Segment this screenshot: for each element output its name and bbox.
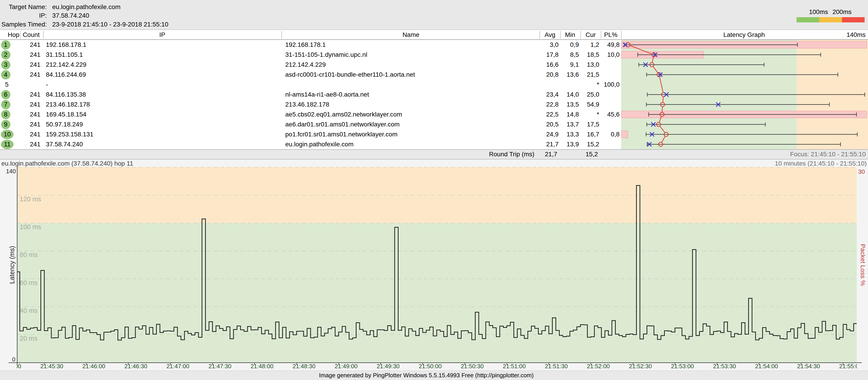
svg-text:21:46:30: 21:46:30	[124, 363, 147, 370]
svg-text:21:51:00: 21:51:00	[503, 363, 526, 370]
svg-text:21:54:00: 21:54:00	[755, 363, 778, 370]
svg-text:21:52:00: 21:52:00	[587, 363, 610, 370]
svg-text:21:50:30: 21:50:30	[461, 363, 484, 370]
svg-text:140: 140	[6, 168, 16, 175]
svg-text:Packet Loss %: Packet Loss %	[860, 244, 866, 286]
svg-text:20 ms: 20 ms	[20, 335, 37, 342]
svg-text:21:53:30: 21:53:30	[713, 363, 736, 370]
svg-text:21:49:30: 21:49:30	[377, 363, 399, 370]
svg-text:Latency (ms): Latency (ms)	[8, 246, 16, 284]
svg-text:21:54:30: 21:54:30	[797, 363, 820, 370]
svg-text:21:50:00: 21:50:00	[418, 363, 441, 370]
svg-text:40 ms: 40 ms	[20, 307, 37, 314]
svg-text:0: 0	[12, 356, 16, 363]
svg-text:21:51:30: 21:51:30	[545, 363, 567, 370]
svg-text:21:46:00: 21:46:00	[82, 363, 105, 370]
svg-text:21:45:30: 21:45:30	[40, 363, 63, 370]
svg-text:120 ms: 120 ms	[20, 196, 41, 203]
svg-text:60 ms: 60 ms	[20, 279, 37, 286]
svg-text:100 ms: 100 ms	[20, 223, 41, 231]
svg-text:21:47:30: 21:47:30	[209, 363, 231, 370]
svg-text:21:48:00: 21:48:00	[250, 363, 273, 370]
svg-text:30: 30	[858, 168, 865, 175]
svg-text:80 ms: 80 ms	[20, 251, 37, 258]
svg-text:21:49:00: 21:49:00	[335, 363, 358, 370]
svg-text:21:48:30: 21:48:30	[292, 363, 315, 370]
svg-text:21:52:30: 21:52:30	[629, 363, 652, 370]
svg-text:21:47:00: 21:47:00	[166, 363, 189, 370]
svg-text:21:53:00: 21:53:00	[671, 363, 694, 370]
